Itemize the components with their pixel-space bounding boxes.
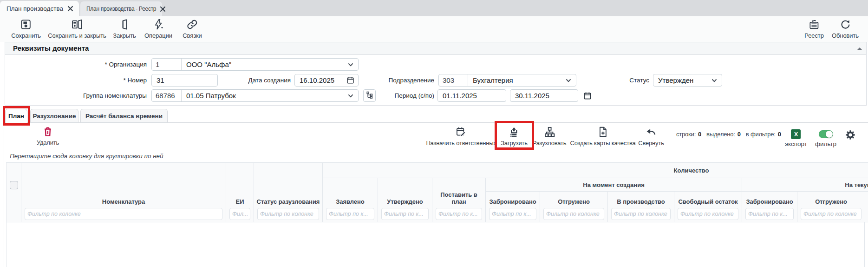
gear-icon[interactable] [845, 130, 855, 142]
collapse-panel-icon[interactable] [857, 47, 862, 50]
filter-input-unit[interactable] [229, 208, 250, 220]
main-toolbar: Сохранить Сохранить и закрыть Закрыть [0, 16, 868, 42]
filter-cell [674, 207, 742, 222]
filter-cell [323, 207, 378, 222]
view-tabs-divider [4, 122, 868, 123]
filter-cell [608, 207, 674, 222]
column-header-reserved-current[interactable]: Забронировано [742, 192, 797, 207]
calendar-icon[interactable] [346, 76, 354, 84]
column-header-explosion-status[interactable]: Статус разузлования [254, 163, 323, 207]
nomenclature-group-code: 68786 [152, 90, 182, 101]
tab-explosion[interactable]: Разузлование [30, 109, 78, 122]
filter-cell [432, 207, 486, 222]
chevron-down-icon[interactable] [565, 77, 572, 84]
toggle-on-icon[interactable] [818, 130, 833, 138]
filter-cell [21, 207, 226, 222]
filter-input-explosion-status[interactable] [257, 208, 319, 220]
filter-cell [540, 207, 608, 222]
creation-date-field[interactable]: 16.10.2025 [294, 74, 359, 87]
column-header-reserved-creation[interactable]: Забронировано [486, 192, 540, 207]
window-tab-production-plan-registry[interactable]: План производства - Реестр [80, 1, 162, 16]
assign-responsible-button[interactable]: Назначить ответственных [426, 126, 496, 147]
period-to-value: 30.11.2025 [510, 92, 554, 100]
select-all-cell [7, 163, 21, 207]
excel-icon: X [791, 129, 801, 139]
column-header-offscreen-1 [865, 192, 868, 207]
close-icon[interactable] [156, 6, 166, 12]
filter-input-reserved-current[interactable] [745, 208, 794, 220]
delete-button[interactable]: Удалить [37, 126, 59, 146]
registry-button[interactable]: Реестр [804, 19, 824, 39]
status-field[interactable]: Утвержден [653, 74, 722, 87]
close-icon[interactable] [64, 6, 73, 12]
filter-input-approved[interactable] [381, 208, 429, 220]
create-quality-cards-button[interactable]: Создать карты качества [570, 126, 635, 147]
links-button[interactable]: Связки [183, 19, 202, 39]
filter-input-nomenclature[interactable] [25, 208, 222, 220]
door-icon [119, 19, 131, 30]
band-at-current: На текущий момент [742, 178, 868, 192]
column-header-shipped-current[interactable]: Отгружено [797, 192, 865, 207]
column-header-free-balance-creation[interactable]: Свободный остаток [674, 192, 742, 207]
nomenclature-group-label: Группа номенклатуры [68, 89, 147, 102]
number-label: * Номер [52, 74, 147, 87]
filter-input-shipped-current[interactable] [801, 208, 861, 220]
chain-icon [187, 19, 198, 30]
filter-toggle[interactable]: фильтр [815, 130, 836, 147]
save-button[interactable]: Сохранить [11, 19, 41, 39]
filter-cell [378, 207, 432, 222]
department-field[interactable]: 303 Бухгалтерия [438, 74, 576, 87]
nomenclature-group-name: 01.05 Патрубок [182, 92, 347, 100]
select-all-checkbox[interactable] [10, 181, 18, 189]
lightning-icon [152, 19, 164, 30]
tab-plan[interactable]: План [5, 109, 27, 123]
band-quantity: Количество [323, 163, 868, 178]
column-header-in-production-creation[interactable]: В производство [608, 192, 674, 207]
save-and-close-button[interactable]: Сохранить и закрыть [48, 19, 106, 39]
organization-field[interactable]: 1 ООО "Альфа" [151, 58, 359, 71]
filter-input-reserved-creation[interactable] [489, 208, 536, 220]
refresh-button[interactable]: Обновить [832, 19, 859, 39]
filter-input-free-balance-creation[interactable] [678, 208, 738, 220]
column-header-requested[interactable]: Заявлено [323, 178, 378, 207]
document-requisites-panel: Реквизиты документа * Организация 1 ООО … [5, 42, 867, 106]
tab-time-balance[interactable]: Расчёт баланса времени [80, 109, 168, 122]
collapse-button[interactable]: Свернуть [638, 126, 664, 147]
window-tab-production-plan[interactable]: План производства [0, 1, 79, 16]
hierarchy-icon [544, 126, 555, 138]
chevron-down-icon[interactable] [711, 77, 718, 84]
column-header-nomenclature[interactable]: Номенклатура [21, 163, 226, 207]
period-from-field[interactable]: 01.11.2025 [437, 89, 506, 102]
chevron-down-icon[interactable] [347, 61, 354, 68]
filter-input-in-production-creation[interactable] [611, 208, 671, 220]
nomenclature-tree-button[interactable] [363, 89, 376, 102]
explode-button[interactable]: Разузловать [533, 126, 567, 147]
filter-input-requested[interactable] [326, 208, 374, 220]
column-header-shipped-creation[interactable]: Отгружено [540, 192, 608, 207]
period-calendar-icon[interactable] [583, 92, 592, 102]
period-to-field[interactable]: 30.11.2025 [510, 89, 578, 102]
number-field[interactable]: 31 [151, 74, 218, 87]
column-header-unit[interactable]: ЕИ [226, 163, 254, 207]
filter-input-put-in-plan[interactable] [436, 208, 482, 220]
load-button[interactable]: Загрузить [501, 126, 528, 147]
nomenclature-group-field[interactable]: 68786 01.05 Патрубок [151, 89, 359, 102]
filter-cell [226, 207, 254, 222]
operations-button[interactable]: Операции [144, 19, 172, 39]
tab-label: Разузлование [33, 113, 76, 120]
close-button[interactable]: Закрыть [113, 19, 136, 39]
grid-counters: строки: 0 выделено: 0 в фильтре: 0 [676, 126, 781, 142]
document-requisites-header: Реквизиты документа [5, 42, 866, 55]
upload-icon [509, 126, 520, 138]
department-label: Подразделение [377, 74, 434, 87]
column-header-put-in-plan[interactable]: Поставить в план [432, 178, 486, 207]
filter-input-shipped-creation[interactable] [543, 208, 604, 220]
chevron-down-icon[interactable] [347, 93, 354, 99]
save-icon [20, 19, 32, 30]
number-value: 31 [152, 76, 169, 84]
column-header-approved[interactable]: Утверждено [378, 178, 432, 207]
save-close-icon [72, 19, 83, 30]
export-excel-button[interactable]: X экспорт [785, 129, 807, 147]
calendar-pencil-icon [456, 126, 467, 138]
creation-date-value: 16.10.2025 [295, 76, 339, 84]
